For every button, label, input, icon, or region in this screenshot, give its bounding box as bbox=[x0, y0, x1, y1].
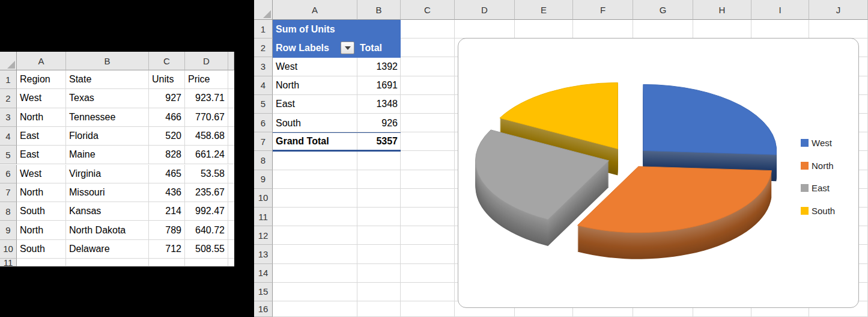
row-number[interactable]: 11 bbox=[254, 208, 273, 226]
cell[interactable] bbox=[273, 301, 357, 317]
cell[interactable]: Virginia bbox=[66, 165, 149, 183]
cell[interactable] bbox=[228, 259, 234, 266]
cell[interactable] bbox=[185, 259, 228, 266]
cell[interactable] bbox=[273, 245, 357, 263]
row-number[interactable]: 10 bbox=[254, 189, 273, 208]
legend-item[interactable]: South bbox=[801, 206, 835, 216]
row-labels-filter-button[interactable] bbox=[341, 42, 354, 54]
cell[interactable] bbox=[228, 183, 234, 202]
pivot-row-label-cell[interactable]: South bbox=[273, 114, 357, 132]
legend-item[interactable]: East bbox=[801, 183, 830, 193]
select-all-corner[interactable] bbox=[254, 0, 273, 20]
cell[interactable]: 53.58 bbox=[185, 165, 228, 183]
column-header[interactable]: I bbox=[751, 0, 809, 20]
cell[interactable]: 466 bbox=[149, 108, 185, 127]
cell[interactable] bbox=[401, 132, 455, 151]
cell[interactable]: 923.71 bbox=[185, 89, 228, 108]
cell[interactable]: Units bbox=[149, 70, 185, 89]
cell[interactable] bbox=[401, 151, 455, 170]
cell[interactable] bbox=[228, 70, 234, 89]
cell[interactable]: 712 bbox=[149, 240, 185, 259]
cell[interactable]: 828 bbox=[149, 146, 185, 164]
cell[interactable] bbox=[751, 20, 809, 38]
cell[interactable] bbox=[228, 240, 234, 259]
cell[interactable]: West bbox=[17, 165, 66, 183]
column-header[interactable]: A bbox=[273, 0, 357, 20]
cell[interactable]: South bbox=[17, 202, 66, 221]
column-header[interactable]: G bbox=[633, 0, 693, 20]
cell[interactable]: State bbox=[66, 70, 149, 89]
cell[interactable] bbox=[401, 76, 455, 95]
cell[interactable] bbox=[693, 20, 751, 38]
column-header[interactable]: B bbox=[66, 52, 149, 70]
row-number[interactable]: 12 bbox=[254, 226, 273, 245]
column-header[interactable]: J bbox=[809, 0, 868, 20]
column-header[interactable]: D bbox=[185, 52, 228, 70]
pivot-row-label-cell[interactable]: North bbox=[273, 76, 357, 95]
row-number[interactable]: 4 bbox=[254, 76, 273, 95]
row-number[interactable]: 9 bbox=[0, 221, 17, 239]
pie-chart[interactable]: WestNorthEastSouth bbox=[458, 38, 859, 308]
cell[interactable] bbox=[149, 259, 185, 266]
cell[interactable]: 640.72 bbox=[185, 221, 228, 239]
cell[interactable] bbox=[401, 170, 455, 189]
column-header[interactable]: A bbox=[17, 52, 66, 70]
row-number[interactable]: 2 bbox=[254, 38, 273, 57]
cell[interactable]: 789 bbox=[149, 221, 185, 239]
cell[interactable] bbox=[357, 283, 401, 301]
cell[interactable] bbox=[401, 20, 455, 38]
cell[interactable]: 520 bbox=[149, 127, 185, 146]
cell[interactable]: Price bbox=[185, 70, 228, 89]
cell[interactable]: Kansas bbox=[66, 202, 149, 221]
cell[interactable] bbox=[273, 170, 357, 189]
column-header[interactable]: H bbox=[693, 0, 751, 20]
column-header[interactable]: E bbox=[515, 0, 573, 20]
cell[interactable] bbox=[809, 20, 868, 38]
pivot-title-cell[interactable]: Sum of Units bbox=[273, 20, 401, 39]
cell[interactable] bbox=[573, 20, 633, 38]
cell[interactable]: North Dakota bbox=[66, 221, 149, 239]
column-header[interactable]: B bbox=[357, 0, 401, 20]
row-number[interactable]: 9 bbox=[254, 170, 273, 189]
pivot-value-cell[interactable]: 1392 bbox=[357, 57, 401, 76]
cell[interactable]: East bbox=[17, 127, 66, 146]
row-number[interactable]: 16 bbox=[254, 301, 273, 317]
cell[interactable] bbox=[633, 20, 693, 38]
column-header[interactable]: C bbox=[149, 52, 185, 70]
pivot-row-labels-cell[interactable]: Row Labels bbox=[273, 38, 357, 58]
row-number[interactable]: 3 bbox=[254, 57, 273, 76]
cell[interactable] bbox=[357, 301, 401, 317]
cell[interactable] bbox=[273, 283, 357, 301]
row-number[interactable]: 11 bbox=[0, 259, 17, 266]
cell[interactable] bbox=[357, 264, 401, 283]
cell[interactable]: 458.68 bbox=[185, 127, 228, 146]
cell[interactable] bbox=[401, 301, 455, 317]
cell[interactable]: 992.47 bbox=[185, 202, 228, 221]
column-header[interactable]: F bbox=[573, 0, 633, 20]
cell[interactable] bbox=[273, 208, 357, 226]
row-number[interactable]: 6 bbox=[254, 114, 273, 132]
row-number[interactable]: 5 bbox=[0, 146, 17, 164]
cell[interactable]: 770.67 bbox=[185, 108, 228, 127]
pivot-value-cell[interactable]: 1348 bbox=[357, 95, 401, 114]
cell[interactable]: 235.67 bbox=[185, 183, 228, 202]
pivot-row-label-cell[interactable]: West bbox=[273, 57, 357, 76]
cell[interactable] bbox=[401, 226, 455, 245]
cell[interactable] bbox=[401, 264, 455, 283]
pivot-value-cell[interactable]: 926 bbox=[357, 114, 401, 132]
cell[interactable] bbox=[273, 226, 357, 245]
cell[interactable]: 465 bbox=[149, 165, 185, 183]
cell[interactable] bbox=[357, 151, 401, 170]
cell[interactable] bbox=[401, 57, 455, 76]
row-number[interactable]: 15 bbox=[254, 283, 273, 301]
cell[interactable]: 927 bbox=[149, 89, 185, 108]
cell[interactable] bbox=[357, 189, 401, 208]
cell[interactable] bbox=[401, 38, 455, 57]
cell[interactable] bbox=[401, 283, 455, 301]
column-header[interactable]: C bbox=[401, 0, 455, 20]
cell[interactable] bbox=[357, 245, 401, 263]
cell[interactable] bbox=[228, 108, 234, 127]
cell[interactable] bbox=[401, 114, 455, 132]
cell[interactable]: Delaware bbox=[66, 240, 149, 259]
row-number[interactable]: 13 bbox=[254, 245, 273, 263]
